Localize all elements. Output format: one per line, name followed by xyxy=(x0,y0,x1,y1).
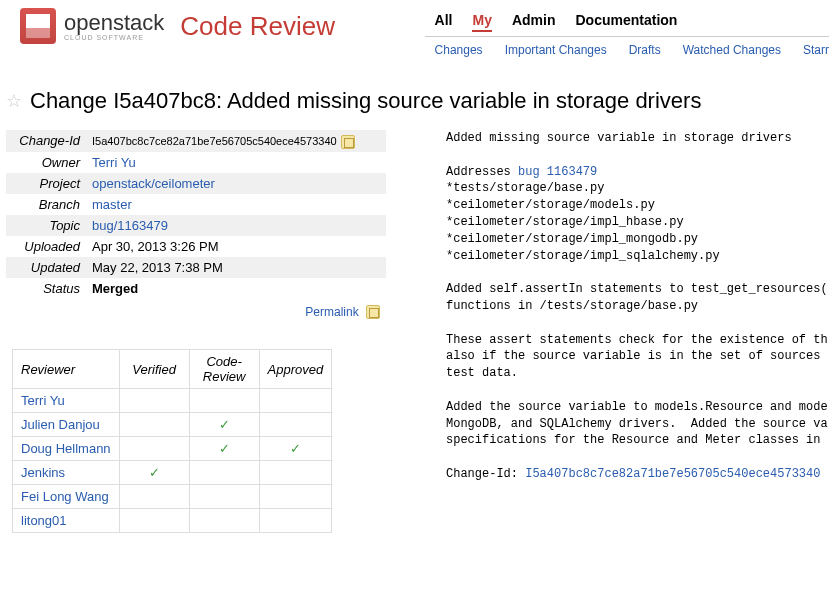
verified-cell xyxy=(119,509,189,533)
commit-line: specifications for the Resource and Mete… xyxy=(446,433,828,447)
approved-cell xyxy=(259,413,332,437)
commit-line: test data. xyxy=(446,366,518,380)
copy-icon[interactable] xyxy=(341,135,355,149)
review-cell xyxy=(189,485,259,509)
label-updated: Updated xyxy=(6,257,86,278)
subnav-starred[interactable]: Starr xyxy=(803,43,829,57)
change-id-link[interactable]: I5a407bc8c7ce82a71be7e56705c540ece457334… xyxy=(525,467,820,481)
review-cell xyxy=(189,461,259,485)
verified-cell: ✓ xyxy=(119,461,189,485)
approved-cell xyxy=(259,485,332,509)
commit-line: Added the source variable to models.Reso… xyxy=(446,400,828,414)
commit-line: Added missing source variable in storage… xyxy=(446,131,792,145)
label-branch: Branch xyxy=(6,194,86,215)
review-cell xyxy=(189,389,259,413)
nav-all[interactable]: All xyxy=(435,12,453,32)
label-topic: Topic xyxy=(6,215,86,236)
approved-cell xyxy=(259,461,332,485)
label-change-id: Change-Id xyxy=(6,130,86,152)
change-metadata-table: Change-Id I5a407bc8c7ce82a71be7e56705c54… xyxy=(6,130,386,299)
page-title: Change I5a407bc8: Added missing source v… xyxy=(30,88,701,114)
reviewer-name[interactable]: litong01 xyxy=(21,513,67,528)
reviewer-row: Doug Hellmann ✓ ✓ xyxy=(13,437,332,461)
reviewers-table: Reviewer Verified Code-Review Approved T… xyxy=(12,349,332,533)
app-title: Code Review xyxy=(180,11,335,42)
value-owner[interactable]: Terri Yu xyxy=(92,155,136,170)
subnav-drafts[interactable]: Drafts xyxy=(629,43,661,57)
verified-cell xyxy=(119,437,189,461)
nav-admin[interactable]: Admin xyxy=(512,12,556,32)
permalink-link[interactable]: Permalink xyxy=(305,305,358,319)
reviewer-name[interactable]: Jenkins xyxy=(21,465,65,480)
commit-line: also if the source variable is in the se… xyxy=(446,349,828,363)
nav-sub: Changes Important Changes Drafts Watched… xyxy=(425,36,829,57)
value-change-id: I5a407bc8c7ce82a71be7e56705c540ece457334… xyxy=(92,135,337,147)
value-branch[interactable]: master xyxy=(92,197,132,212)
review-cell: ✓ xyxy=(189,437,259,461)
reviewer-name[interactable]: Fei Long Wang xyxy=(21,489,109,504)
nav-top: All My Admin Documentation xyxy=(425,12,829,36)
commit-line: These assert statements check for the ex… xyxy=(446,333,828,347)
label-status: Status xyxy=(6,278,86,299)
reviewer-row: Terri Yu xyxy=(13,389,332,413)
commit-line: Change-Id: xyxy=(446,467,525,481)
subnav-important-changes[interactable]: Important Changes xyxy=(505,43,607,57)
brand-name: openstack xyxy=(64,12,164,34)
commit-line: *ceilometer/storage/impl_hbase.py xyxy=(446,215,684,229)
col-reviewer: Reviewer xyxy=(13,350,120,389)
reviewer-row: Jenkins ✓ xyxy=(13,461,332,485)
commit-line: *ceilometer/storage/impl_sqlalchemy.py xyxy=(446,249,720,263)
review-cell: ✓ xyxy=(189,413,259,437)
approved-cell: ✓ xyxy=(259,437,332,461)
approved-cell xyxy=(259,509,332,533)
openstack-logo-icon xyxy=(20,8,56,44)
reviewer-name[interactable]: Julien Danjou xyxy=(21,417,100,432)
verified-cell xyxy=(119,413,189,437)
col-code-review: Code-Review xyxy=(189,350,259,389)
col-approved: Approved xyxy=(259,350,332,389)
commit-line: functions in /tests/storage/base.py xyxy=(446,299,698,313)
commit-line: *ceilometer/storage/models.py xyxy=(446,198,655,212)
star-icon[interactable]: ☆ xyxy=(6,90,22,112)
reviewer-name[interactable]: Doug Hellmann xyxy=(21,441,111,456)
commit-line: *ceilometer/storage/impl_mongodb.py xyxy=(446,232,698,246)
review-cell xyxy=(189,509,259,533)
nav-documentation[interactable]: Documentation xyxy=(575,12,677,32)
value-updated: May 22, 2013 7:38 PM xyxy=(86,257,386,278)
commit-line: *tests/storage/base.py xyxy=(446,181,604,195)
value-project[interactable]: openstack/ceilometer xyxy=(92,176,215,191)
col-verified: Verified xyxy=(119,350,189,389)
commit-line: MongoDB, and SQLAlchemy drivers. Added t… xyxy=(446,417,828,431)
value-uploaded: Apr 30, 2013 3:26 PM xyxy=(86,236,386,257)
logo-area[interactable]: openstack CLOUD SOFTWARE Code Review xyxy=(20,8,335,44)
verified-cell xyxy=(119,485,189,509)
label-uploaded: Uploaded xyxy=(6,236,86,257)
reviewer-row: litong01 xyxy=(13,509,332,533)
label-owner: Owner xyxy=(6,152,86,173)
commit-line: Added self.assertIn statements to test_g… xyxy=(446,282,828,296)
commit-line: Addresses xyxy=(446,165,518,179)
value-topic[interactable]: bug/1163479 xyxy=(92,218,168,233)
reviewer-name[interactable]: Terri Yu xyxy=(21,393,65,408)
subnav-changes[interactable]: Changes xyxy=(435,43,483,57)
approved-cell xyxy=(259,389,332,413)
brand-subtitle: CLOUD SOFTWARE xyxy=(64,34,164,41)
verified-cell xyxy=(119,389,189,413)
bug-link[interactable]: bug 1163479 xyxy=(518,165,597,179)
reviewer-row: Fei Long Wang xyxy=(13,485,332,509)
copy-icon[interactable] xyxy=(366,305,380,319)
subnav-watched-changes[interactable]: Watched Changes xyxy=(683,43,781,57)
value-status: Merged xyxy=(86,278,386,299)
nav-my[interactable]: My xyxy=(472,12,491,32)
label-project: Project xyxy=(6,173,86,194)
reviewer-row: Julien Danjou ✓ xyxy=(13,413,332,437)
commit-message: Added missing source variable in storage… xyxy=(446,130,828,533)
